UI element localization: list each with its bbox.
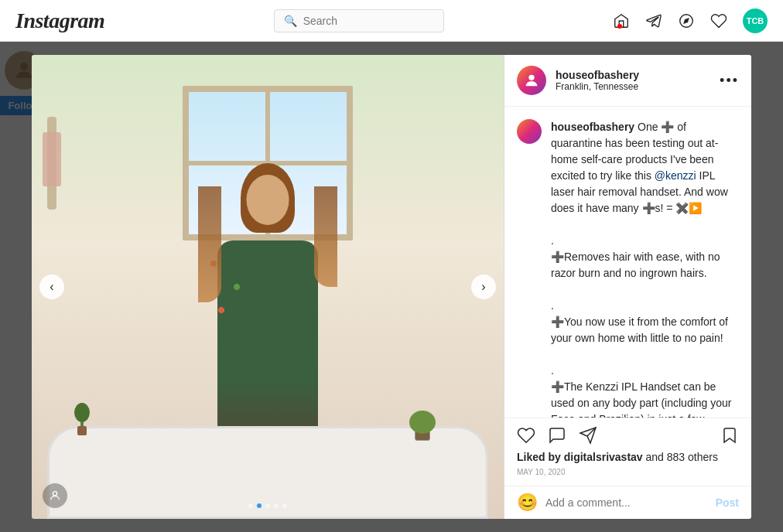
- like-button[interactable]: [517, 426, 535, 445]
- action-icons-row: [517, 426, 739, 445]
- dot-1: [248, 503, 253, 508]
- search-icon: 🔍: [284, 15, 297, 27]
- mention-kenzzi[interactable]: @kenzzi: [655, 169, 696, 182]
- post-date: MAY 10, 2020: [517, 468, 739, 476]
- search-input[interactable]: [303, 15, 427, 27]
- caption-row: houseofbashery One ➕ of quarantine has b…: [517, 119, 739, 418]
- prev-image-button[interactable]: ‹: [39, 275, 64, 299]
- emoji-button[interactable]: 😊: [517, 493, 538, 513]
- post-right-panel: houseofbashery Franklin, Tennessee ••• h…: [504, 55, 751, 519]
- body-area: Follow: [0, 42, 783, 532]
- post-author-info: houseofbashery Franklin, Tennessee: [556, 69, 710, 92]
- tag-people-button[interactable]: [43, 483, 67, 508]
- likes-user[interactable]: digitalsrivastav: [564, 451, 643, 463]
- messenger-button[interactable]: [645, 12, 662, 29]
- svg-point-4: [528, 75, 534, 80]
- dot-3: [265, 503, 270, 508]
- dot-2: [257, 503, 262, 508]
- explore-button[interactable]: [678, 12, 695, 29]
- more-options-button[interactable]: •••: [720, 73, 739, 89]
- bullet-separator-3: .: [551, 364, 554, 377]
- post-actions: Liked by digitalsrivastav and 883 others…: [504, 418, 751, 486]
- save-button[interactable]: [720, 426, 739, 445]
- post-author-username[interactable]: houseofbashery: [556, 69, 710, 81]
- caption-bullet3: ➕The Kenzzi IPL Handset can be used on a…: [551, 380, 731, 418]
- caption-bullet2: ➕You now use it from the comfort of your…: [551, 315, 728, 344]
- svg-point-3: [53, 492, 56, 496]
- post-image: [32, 55, 504, 519]
- bullet-separator-2: .: [551, 299, 554, 312]
- post-location: Franklin, Tennessee: [556, 81, 710, 92]
- comment-input-row: 😊 Post: [504, 486, 751, 519]
- bullet-separator-1: .: [551, 234, 554, 247]
- post-comments-section: houseofbashery One ➕ of quarantine has b…: [504, 107, 751, 418]
- svg-marker-1: [683, 18, 689, 24]
- dot-5: [282, 503, 287, 508]
- caption-username[interactable]: houseofbashery: [551, 121, 634, 133]
- modal-overlay[interactable]: ‹ ›: [0, 42, 783, 532]
- notifications-button[interactable]: [710, 12, 727, 29]
- image-dots-indicator: [248, 503, 287, 508]
- likes-suffix: and 883 others: [643, 451, 718, 463]
- dot-4: [274, 503, 279, 508]
- next-image-button[interactable]: ›: [471, 275, 496, 299]
- post-author-avatar: [517, 66, 546, 95]
- post-header: houseofbashery Franklin, Tennessee •••: [504, 55, 751, 107]
- comment-button[interactable]: [548, 426, 566, 445]
- search-bar[interactable]: 🔍: [274, 9, 444, 32]
- top-navigation: Instagram 🔍 TCB: [0, 0, 783, 42]
- post-comment-button[interactable]: Post: [716, 496, 739, 509]
- post-modal: ‹ ›: [32, 55, 751, 519]
- instagram-logo: Instagram: [15, 9, 104, 33]
- caption-bullet1: ➕Removes hair with ease, with no razor b…: [551, 251, 720, 279]
- user-avatar[interactable]: TCB: [743, 9, 768, 33]
- comment-input[interactable]: [545, 496, 708, 509]
- home-button[interactable]: [613, 12, 630, 29]
- share-button[interactable]: [579, 426, 597, 445]
- likes-prefix: Liked by: [517, 451, 564, 463]
- nav-icons: TCB: [613, 9, 768, 33]
- caption-body: houseofbashery One ➕ of quarantine has b…: [551, 119, 739, 418]
- caption-author-avatar: [517, 119, 542, 144]
- likes-text: Liked by digitalsrivastav and 883 others: [517, 451, 739, 463]
- post-image-side: ‹ ›: [32, 55, 504, 519]
